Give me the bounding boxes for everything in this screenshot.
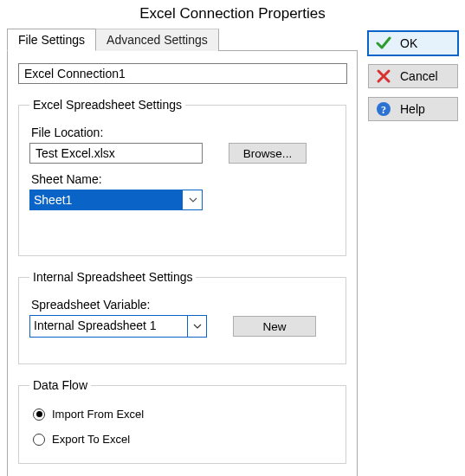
excel-spreadsheet-group: Excel Spreadsheet Settings File Location… <box>18 98 346 256</box>
tab-strip: File Settings Advanced Settings <box>7 28 358 50</box>
sheet-name-label: Sheet Name: <box>31 172 335 186</box>
new-button[interactable]: New <box>233 316 316 337</box>
export-to-excel-radio[interactable]: Export To Excel <box>33 433 335 446</box>
sheet-name-dropdown[interactable]: Sheet1 <box>29 190 203 210</box>
radio-label: Import From Excel <box>52 408 144 421</box>
tab-file-settings[interactable]: File Settings <box>7 29 96 51</box>
browse-button[interactable]: Browse... <box>229 143 307 164</box>
radio-icon <box>33 408 45 421</box>
group-legend: Excel Spreadsheet Settings <box>29 98 185 112</box>
button-label: Help <box>400 102 425 116</box>
connection-name-input[interactable] <box>18 63 347 84</box>
spreadsheet-variable-dropdown[interactable]: Internal Spreadsheet 1 <box>29 315 207 338</box>
spreadsheet-variable-label: Spreadsheet Variable: <box>31 298 335 312</box>
tabs-area: File Settings Advanced Settings Excel Sp… <box>7 28 358 476</box>
data-flow-group: Data Flow Import From Excel Export To Ex… <box>18 378 346 464</box>
tab-label: Advanced Settings <box>107 33 208 47</box>
button-label: OK <box>400 36 417 50</box>
dialog-title: Excel Connection Properties <box>0 0 465 28</box>
tab-label: File Settings <box>18 33 85 47</box>
button-label: Browse... <box>243 147 292 160</box>
chevron-down-icon <box>187 316 206 337</box>
import-from-excel-radio[interactable]: Import From Excel <box>33 408 335 421</box>
file-location-label: File Location: <box>31 125 335 139</box>
cancel-button[interactable]: Cancel <box>368 64 458 88</box>
spreadsheet-variable-row: Internal Spreadsheet 1 New <box>29 315 335 338</box>
cross-icon <box>376 68 391 84</box>
button-label: New <box>262 320 286 333</box>
group-legend: Internal Spreadsheet Settings <box>29 270 196 284</box>
tab-panel-file-settings: Excel Spreadsheet Settings File Location… <box>7 50 358 476</box>
button-label: Cancel <box>400 69 438 83</box>
file-location-row: Browse... <box>29 143 335 164</box>
group-legend: Data Flow <box>29 378 91 392</box>
dialog-body: File Settings Advanced Settings Excel Sp… <box>0 28 465 476</box>
dialog-buttons: OK Cancel ? Help <box>368 28 458 121</box>
internal-spreadsheet-group: Internal Spreadsheet Settings Spreadshee… <box>18 270 346 364</box>
radio-icon <box>33 434 45 446</box>
tab-advanced-settings[interactable]: Advanced Settings <box>96 29 219 51</box>
chevron-down-icon <box>184 190 202 209</box>
help-icon: ? <box>376 101 391 117</box>
ok-button[interactable]: OK <box>368 31 458 55</box>
dropdown-selected: Internal Spreadsheet 1 <box>30 316 185 337</box>
svg-text:?: ? <box>381 104 386 116</box>
radio-label: Export To Excel <box>52 433 130 446</box>
file-location-input[interactable] <box>29 143 203 164</box>
checkmark-icon <box>376 35 391 51</box>
dropdown-selected: Sheet1 <box>30 190 183 209</box>
dialog-window: Excel Connection Properties File Setting… <box>0 0 465 476</box>
help-button[interactable]: ? Help <box>368 97 458 121</box>
